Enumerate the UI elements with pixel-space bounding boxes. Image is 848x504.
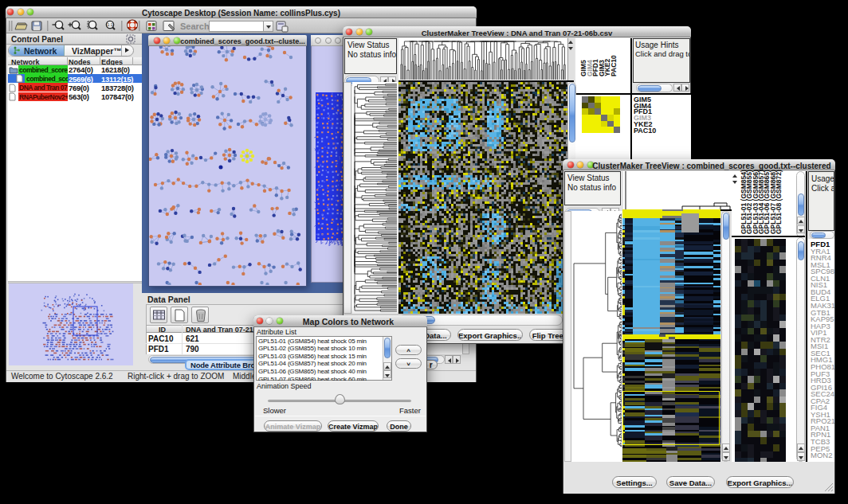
- svg-text:1:1: 1:1: [108, 22, 113, 27]
